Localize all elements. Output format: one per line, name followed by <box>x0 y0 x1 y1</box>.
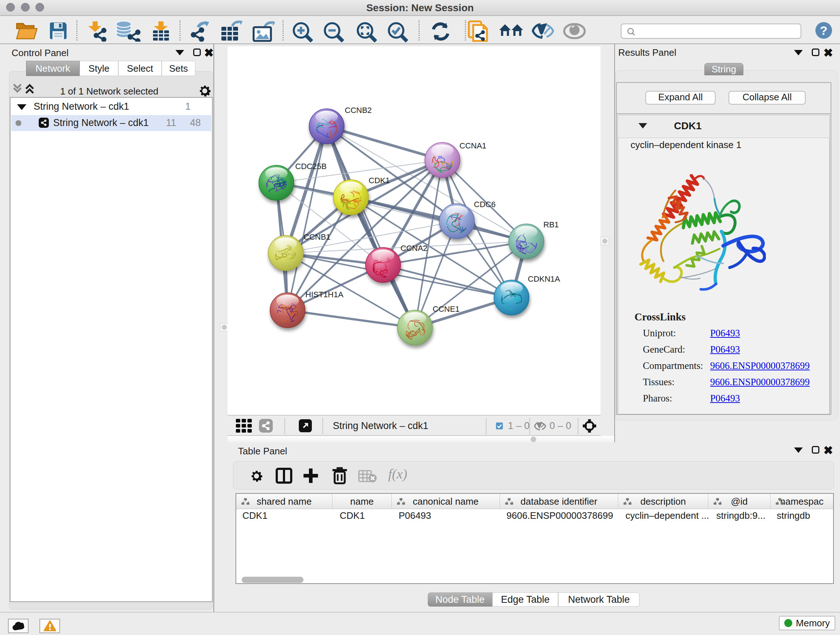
svg-text:CDK1: CDK1 <box>369 176 390 185</box>
svg-text:CCNE1: CCNE1 <box>433 304 460 314</box>
svg-text:HIST1H1A: HIST1H1A <box>305 290 343 299</box>
svg-text:CCNA1: CCNA1 <box>459 141 486 150</box>
svg-text:CCNB1: CCNB1 <box>303 233 331 241</box>
svg-text:RB1: RB1 <box>543 220 559 229</box>
svg-text:CCNB2: CCNB2 <box>345 106 372 115</box>
svg-text:CDKN1A: CDKN1A <box>528 274 561 283</box>
svg-text:CDC25B: CDC25B <box>295 162 327 171</box>
svg-text:CCNA2: CCNA2 <box>401 244 428 253</box>
svg-text:CDC6: CDC6 <box>474 200 496 209</box>
